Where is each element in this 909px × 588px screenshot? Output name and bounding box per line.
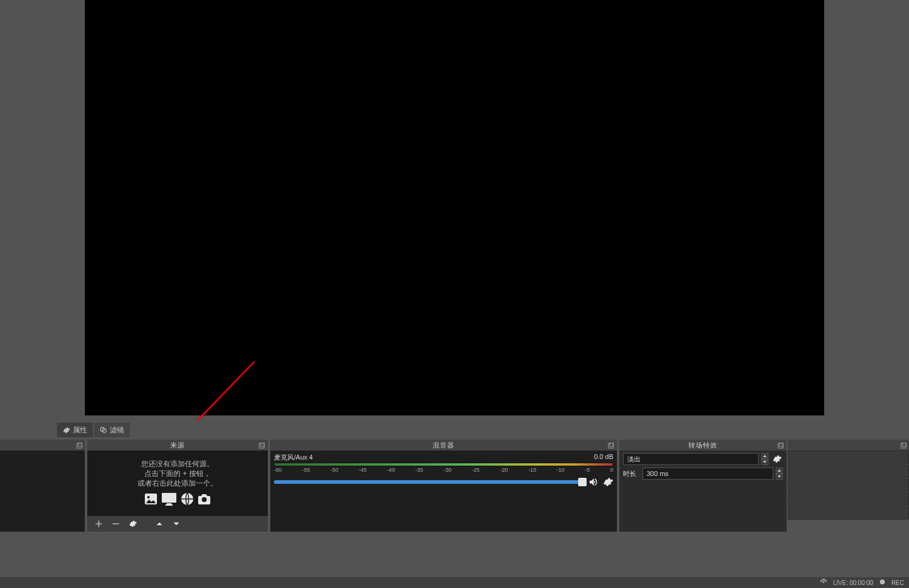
sources-empty-line3: 或者右击此处添加一个。	[138, 478, 218, 488]
camera-icon	[196, 492, 212, 506]
mixer-ticks: -60 -55 -50 -45 -40 -35 -30 -25 -20 -15 …	[274, 467, 613, 473]
svg-point-21	[880, 580, 885, 584]
sources-empty-line1: 您还没有添加任何源。	[141, 459, 214, 469]
scenes-body[interactable]	[0, 451, 85, 532]
chevron-up-icon[interactable]	[776, 467, 783, 474]
preview-area	[0, 0, 909, 420]
mixer-header[interactable]: 混音器	[270, 440, 617, 451]
control-button-4[interactable]	[788, 492, 909, 506]
context-toolbar: 属性 滤镜	[0, 420, 909, 440]
source-settings-button[interactable]	[127, 518, 138, 529]
sources-body[interactable]: 您还没有添加任何源。 点击下面的 + 按钮， 或者右击此处添加一个。	[87, 451, 268, 532]
controls-dock	[788, 440, 909, 532]
add-source-button[interactable]	[93, 518, 104, 529]
mixer-body: 麦克风/Aux 4 0.0 dB -60 -55 -50 -45 -40 -35…	[270, 451, 617, 532]
controls-header[interactable]	[788, 440, 909, 451]
svg-rect-10	[167, 503, 171, 504]
globe-icon	[179, 492, 195, 506]
filters-label: 滤镜	[110, 425, 124, 435]
svg-point-13	[202, 497, 207, 502]
svg-rect-14	[608, 443, 613, 448]
mixer-volume-slider[interactable]	[274, 480, 584, 484]
control-button-5[interactable]	[788, 506, 909, 520]
control-button-3[interactable]	[788, 478, 909, 492]
chevron-down-icon[interactable]	[776, 474, 783, 480]
broadcast-icon	[820, 578, 827, 587]
svg-rect-3	[77, 443, 82, 448]
mixer-level-db: 0.0 dB	[594, 453, 613, 462]
duration-stepper[interactable]	[776, 467, 783, 480]
monitor-icon	[160, 492, 178, 506]
filters-icon	[99, 426, 107, 434]
chevron-up-icon[interactable]	[761, 453, 768, 459]
control-button-1[interactable]	[788, 451, 909, 464]
move-down-button[interactable]	[171, 518, 182, 529]
scenes-header[interactable]	[0, 440, 85, 451]
transitions-dock: 转场特效 淡出 时长 300 ms	[619, 440, 787, 532]
transition-selected: 淡出	[627, 455, 641, 464]
control-button-2[interactable]	[788, 464, 909, 478]
transitions-title: 转场特效	[688, 441, 718, 449]
mixer-dock: 混音器 麦克风/Aux 4 0.0 dB -60 -55 -50 -45 -40…	[270, 440, 617, 532]
mixer-channel-name: 麦克风/Aux 4	[274, 453, 313, 462]
svg-point-20	[822, 581, 824, 583]
status-bar: LIVE: 00:00:00 REC	[0, 577, 909, 588]
svg-rect-16	[778, 443, 783, 448]
status-rec: REC	[891, 580, 904, 586]
svg-rect-9	[162, 493, 176, 503]
properties-label: 属性	[73, 425, 87, 435]
gear-icon	[62, 426, 70, 434]
image-icon	[143, 492, 159, 506]
remove-source-button[interactable]	[110, 518, 121, 529]
record-icon	[879, 579, 885, 586]
popout-icon[interactable]	[607, 441, 614, 448]
duration-label: 时长	[623, 469, 640, 478]
sources-title: 来源	[170, 441, 185, 449]
popout-icon[interactable]	[75, 441, 82, 448]
properties-button[interactable]: 属性	[57, 423, 93, 437]
sources-header[interactable]: 来源	[87, 440, 268, 451]
duration-value: 300 ms	[647, 470, 668, 477]
source-type-icons	[143, 492, 212, 506]
mixer-title: 混音器	[433, 441, 454, 449]
move-up-button[interactable]	[154, 518, 165, 529]
scenes-dock	[0, 440, 85, 532]
filters-button[interactable]: 滤镜	[94, 423, 130, 437]
status-live: LIVE: 00:00:00	[833, 580, 873, 586]
chevron-down-icon[interactable]	[761, 459, 768, 465]
mute-button[interactable]	[588, 477, 599, 487]
transition-select[interactable]: 淡出	[623, 453, 759, 465]
popout-icon[interactable]	[899, 441, 907, 448]
mixer-settings-button[interactable]	[602, 477, 613, 487]
sources-empty-line2: 点击下面的 + 按钮，	[144, 469, 211, 478]
preview-canvas[interactable]	[85, 0, 824, 415]
sources-dock: 来源 您还没有添加任何源。 点击下面的 + 按钮， 或者右击此处添加一个。	[87, 440, 268, 532]
transitions-body: 淡出 时长 300 ms	[619, 451, 787, 532]
svg-rect-18	[901, 443, 906, 448]
transition-settings-button[interactable]	[771, 453, 783, 465]
svg-rect-11	[165, 504, 173, 506]
sources-toolbar	[87, 516, 268, 532]
transition-stepper[interactable]	[761, 453, 768, 465]
svg-rect-5	[259, 443, 264, 448]
popout-icon[interactable]	[258, 441, 265, 448]
svg-point-8	[147, 496, 150, 498]
transitions-header[interactable]: 转场特效	[619, 440, 787, 451]
mixer-meter	[274, 463, 613, 466]
duration-input[interactable]: 300 ms	[642, 467, 773, 480]
popout-icon[interactable]	[777, 441, 784, 448]
